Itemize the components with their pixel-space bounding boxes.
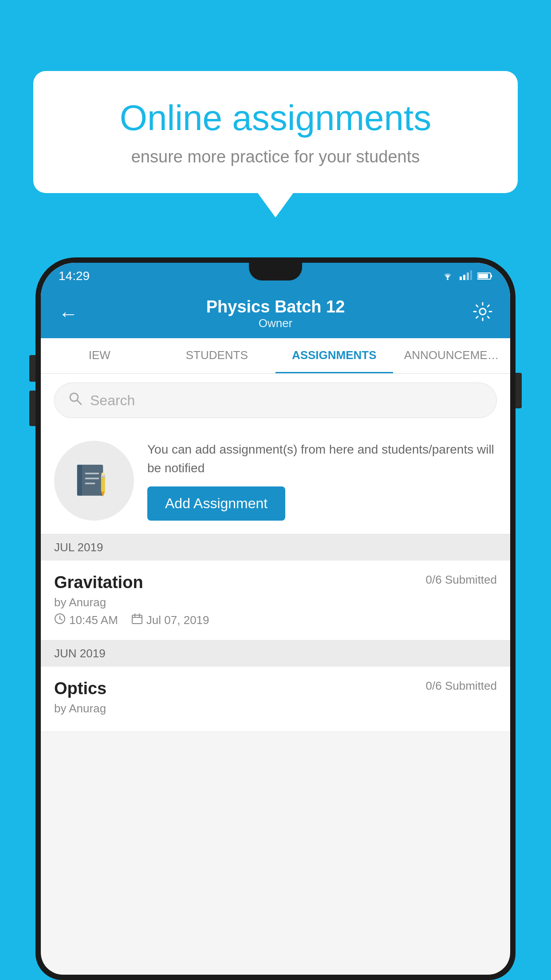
section-header-jul: JUL 2019 (41, 534, 510, 561)
tab-assignments[interactable]: ASSIGNMENTS (276, 338, 393, 373)
assignment-time: 10:45 AM (69, 613, 118, 627)
svg-point-8 (480, 308, 486, 315)
header-title-block: Physics Batch 12 Owner (206, 297, 345, 330)
assignment-date-item: Jul 07, 2019 (131, 613, 209, 628)
speech-bubble-arrow (258, 193, 293, 217)
volume-down-button (29, 391, 35, 426)
speech-bubble: Online assignments ensure more practice … (33, 71, 518, 193)
signal-icon (460, 269, 472, 283)
svg-rect-15 (85, 482, 95, 484)
svg-rect-23 (132, 615, 142, 624)
phone-frame: 14:29 (35, 257, 516, 980)
assignment-author-optics: by Anurag (54, 702, 497, 715)
assignment-date: Jul 07, 2019 (146, 613, 209, 627)
header-title: Physics Batch 12 (206, 297, 345, 316)
svg-rect-7 (478, 274, 488, 278)
section-header-jun: JUN 2019 (41, 640, 510, 667)
assignment-name: Gravitation (54, 573, 143, 592)
search-input[interactable]: Search (54, 383, 497, 418)
svg-point-0 (447, 278, 449, 280)
assignment-item-top: Gravitation 0/6 Submitted (54, 573, 497, 592)
speech-bubble-container: Online assignments ensure more practice … (33, 71, 518, 217)
speech-bubble-subtitle: ensure more practice for your students (64, 147, 487, 166)
battery-icon (477, 269, 492, 283)
app-header: ← Physics Batch 12 Owner (41, 289, 510, 338)
phone-screen: 14:29 (41, 263, 510, 975)
header-subtitle: Owner (206, 316, 345, 330)
svg-rect-12 (77, 465, 82, 496)
speech-bubble-title: Online assignments (64, 98, 487, 138)
status-icons (441, 269, 492, 283)
tab-announcements[interactable]: ANNOUNCEME… (393, 338, 511, 373)
svg-rect-2 (463, 275, 465, 280)
add-assignment-description: You can add assignment(s) from here and … (147, 440, 497, 478)
svg-rect-6 (491, 275, 492, 277)
svg-rect-13 (85, 473, 99, 474)
svg-rect-4 (470, 270, 472, 280)
settings-icon[interactable] (473, 302, 492, 326)
svg-line-22 (60, 619, 62, 620)
svg-rect-14 (85, 478, 99, 479)
search-icon (68, 391, 83, 410)
clock-icon (54, 613, 66, 628)
status-time: 14:29 (59, 269, 90, 283)
volume-up-button (29, 355, 35, 382)
calendar-icon (131, 613, 143, 628)
add-assignment-section: You can add assignment(s) from here and … (41, 427, 510, 534)
svg-rect-11 (79, 465, 103, 496)
assignment-submitted-optics: 0/6 Submitted (426, 679, 497, 693)
add-assignment-button[interactable]: Add Assignment (147, 486, 285, 521)
assignment-name-optics: Optics (54, 679, 106, 698)
search-container: Search (41, 374, 510, 427)
svg-rect-16 (101, 475, 105, 491)
back-button[interactable]: ← (59, 303, 78, 325)
assignment-item-optics[interactable]: Optics 0/6 Submitted by Anurag (41, 667, 510, 732)
svg-rect-1 (460, 277, 462, 280)
svg-line-10 (77, 400, 81, 404)
search-placeholder: Search (90, 392, 135, 409)
tab-iew[interactable]: IEW (41, 338, 158, 373)
assignment-time-item: 10:45 AM (54, 613, 118, 628)
add-assignment-right: You can add assignment(s) from here and … (147, 440, 497, 521)
status-bar: 14:29 (41, 263, 510, 289)
assignment-item-top-optics: Optics 0/6 Submitted (54, 679, 497, 698)
assignment-author: by Anurag (54, 596, 497, 609)
tab-students[interactable]: STUDENTS (158, 338, 276, 373)
assignment-details: 10:45 AM Jul 07, 2019 (54, 613, 497, 628)
svg-rect-19 (102, 473, 105, 476)
tabs-bar: IEW STUDENTS ASSIGNMENTS ANNOUNCEME… (41, 338, 510, 374)
svg-rect-3 (467, 273, 469, 280)
assignment-item-gravitation[interactable]: Gravitation 0/6 Submitted by Anurag 10:4… (41, 561, 510, 640)
notebook-icon-container (54, 441, 134, 521)
wifi-icon (441, 269, 454, 283)
assignment-submitted: 0/6 Submitted (426, 573, 497, 587)
notebook-icon (74, 461, 114, 501)
notch (249, 263, 302, 281)
power-button (516, 373, 522, 408)
